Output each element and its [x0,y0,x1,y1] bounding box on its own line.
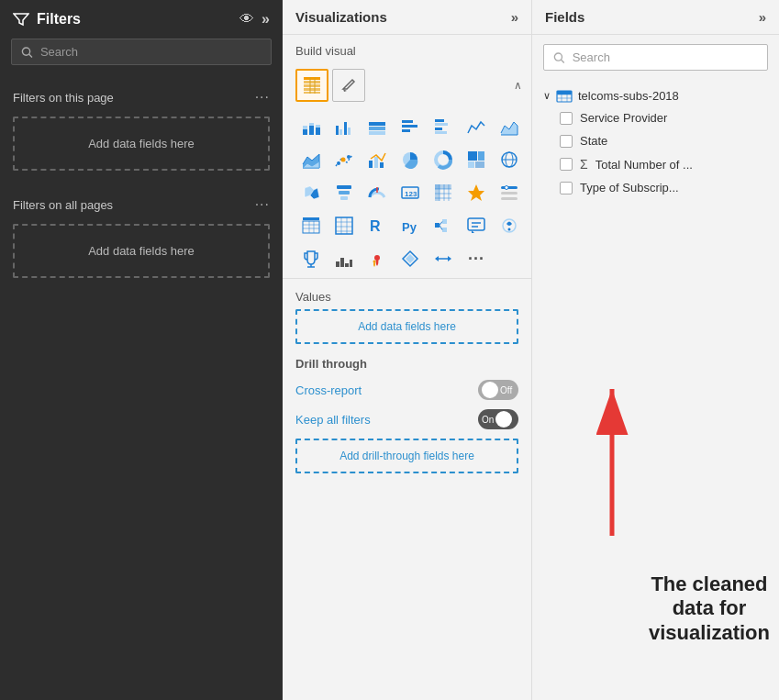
expand-icon[interactable]: » [262,11,270,28]
viz-combo-icon[interactable] [362,144,393,175]
viz-kpi-icon[interactable] [461,177,492,208]
field-total-checkbox[interactable] [560,158,573,171]
field-type-row[interactable]: Type of Subscrip... [532,176,779,199]
db-table-icon [556,90,573,103]
viz-qna-icon[interactable] [461,210,492,241]
svg-rect-28 [435,128,442,130]
viz-keep-filters-toggle[interactable]: On [478,409,518,429]
viz-grid: 123 [292,107,522,278]
svg-rect-33 [369,161,373,168]
fields-expand-icon[interactable]: » [759,9,766,25]
viz-line-icon[interactable] [461,111,492,142]
viz-donut-icon[interactable] [428,144,459,175]
viz-bar-cluster-icon[interactable] [328,111,360,142]
field-total-row[interactable]: Σ Total Number of ... [532,152,779,176]
fields-header: Fields » [532,0,779,35]
viz-funnel-icon[interactable] [328,177,360,208]
filters-allpages-more[interactable]: ··· [255,196,270,213]
svg-rect-11 [309,126,314,135]
svg-text:123: 123 [405,190,417,198]
viz-collapse-icon[interactable]: ∧ [514,79,522,92]
viz-pencil-icon[interactable] [332,69,365,102]
svg-rect-18 [348,128,351,135]
svg-rect-60 [501,186,517,189]
field-state-name: State [580,134,607,148]
filters-page-drop-zone[interactable]: Add data fields here [13,117,270,171]
field-state-checkbox[interactable] [560,135,573,148]
viz-scatter-icon[interactable] [328,144,360,175]
filters-page-more[interactable]: ··· [255,89,270,106]
filters-all-pages-label: Filters on all pages ··· [0,187,283,218]
svg-rect-27 [435,123,448,126]
viz-gauge-icon[interactable] [362,177,393,208]
viz-diamond-icon[interactable] [395,243,426,274]
field-service-provider-row[interactable]: Service Provider [532,106,779,129]
filters-allpages-drop-zone[interactable]: Add data fields here [13,224,270,278]
viz-table2-icon[interactable] [295,210,327,241]
svg-rect-5 [304,88,320,91]
field-state-row[interactable]: State [532,129,779,152]
viz-area2-icon[interactable] [295,144,327,175]
viz-cross-report-toggle[interactable]: Off [478,380,518,400]
fields-search-icon [553,51,565,64]
viz-drill-dropzone[interactable]: Add drill-through fields here [295,439,518,473]
viz-card-icon[interactable]: 123 [395,177,426,208]
viz-100pct-bar-icon[interactable] [362,111,393,142]
svg-rect-29 [435,131,447,134]
viz-bar2-icon[interactable] [328,243,360,274]
visualizations-panel: Visualizations » Build visual [283,0,532,700]
viz-smart-icon[interactable] [494,210,525,241]
viz-matrix2-icon[interactable] [328,210,360,241]
viz-horiz-cluster-icon[interactable] [428,111,459,142]
svg-rect-70 [336,217,352,234]
viz-values-section: Values Add data fields here [283,279,531,357]
svg-rect-6 [304,92,320,94]
viz-slicer-icon[interactable] [494,177,525,208]
viz-py-icon[interactable]: Py [395,210,426,241]
viz-horiz-bar-icon[interactable] [395,111,426,142]
viz-filled-map-icon[interactable] [295,177,327,208]
field-total-name: Total Number of ... [595,158,693,172]
fields-search-input[interactable] [573,50,758,64]
viz-decomp-icon[interactable] [428,210,459,241]
viz-arrows-icon[interactable] [428,243,459,274]
viz-cross-report-row: Cross-report Off [295,380,518,400]
svg-rect-4 [304,84,320,87]
fields-search-box[interactable] [543,44,768,71]
viz-matrix-icon[interactable] [428,177,459,208]
viz-expand-icon[interactable]: » [511,9,518,25]
viz-treemap-icon[interactable] [461,144,492,175]
filters-search-input[interactable] [40,45,262,59]
svg-rect-16 [339,129,342,135]
field-service-provider-checkbox[interactable] [560,112,573,125]
svg-line-81 [440,222,442,226]
viz-values-dropzone[interactable]: Add data fields here [295,309,518,344]
svg-rect-78 [435,223,440,228]
svg-point-30 [337,161,340,165]
viz-area-icon[interactable] [494,111,525,142]
svg-rect-39 [478,151,484,161]
svg-rect-35 [380,162,384,168]
fields-panel: Fields » ∨ telcoms-subs-20 [532,0,779,700]
viz-stacked-bar-icon[interactable] [295,111,327,142]
viz-more-icon[interactable]: ··· [461,243,492,274]
svg-rect-21 [369,131,385,135]
viz-globe-icon[interactable] [494,144,525,175]
viz-geomap-icon[interactable] [362,243,393,274]
field-type-checkbox[interactable] [560,182,573,194]
svg-rect-93 [345,263,349,267]
viz-R-icon[interactable]: R [362,210,393,241]
svg-rect-61 [501,192,517,194]
viz-keep-filters-label[interactable]: Keep all filters [295,413,473,427]
filters-on-page-label: Filters on this page ··· [0,80,283,111]
viz-build-label: Build visual [283,35,531,63]
eye-icon[interactable]: 👁 [239,11,254,28]
viz-pie-icon[interactable] [395,144,426,175]
fields-db-row[interactable]: ∨ telcoms-subs-2018 [532,85,779,106]
viz-table-icon[interactable] [295,69,328,102]
sigma-icon: Σ [580,157,588,172]
viz-cross-report-label[interactable]: Cross-report [295,383,473,397]
filters-search-box[interactable] [11,39,272,65]
svg-rect-24 [402,125,417,128]
viz-trophy-icon[interactable] [295,243,327,274]
